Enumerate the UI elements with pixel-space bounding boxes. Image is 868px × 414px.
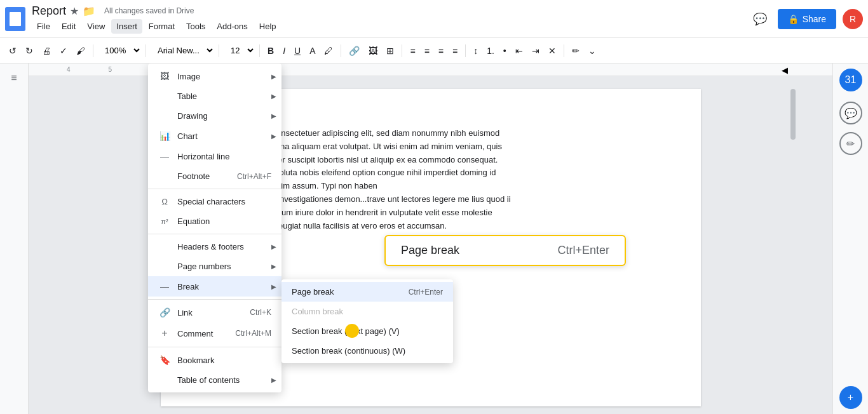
toolbar-divider-8 xyxy=(564,44,564,57)
menu-item-break[interactable]: — Break xyxy=(148,276,281,297)
equation-icon: π² xyxy=(158,218,171,225)
toolbar-divider-2 xyxy=(146,44,146,57)
doc-area: 4 5 6 7 ◀ n dolor sit amet, consectetuer… xyxy=(29,63,832,414)
break-item-page-break[interactable]: Page break Ctrl+Enter xyxy=(281,282,453,302)
page-break-shortcut: Ctrl+Enter xyxy=(409,288,443,297)
link-shortcut: Ctrl+K xyxy=(250,308,271,317)
footnote-shortcut: Ctrl+Alt+F xyxy=(237,172,271,181)
hline-label: Horizontal line xyxy=(177,152,229,161)
hline-menu-icon: — xyxy=(158,151,171,161)
menu-addons[interactable]: Add-ons xyxy=(212,19,252,34)
link-button[interactable]: 🔗 xyxy=(345,43,363,58)
undo-button[interactable]: ↺ xyxy=(5,43,20,58)
clear-formatting-button[interactable]: ✕ xyxy=(545,43,560,58)
right-sidebar-icon-3[interactable]: ✏ xyxy=(839,132,862,155)
page-break-tooltip: Page break Ctrl+Enter xyxy=(384,235,626,266)
align-justify-button[interactable]: ≡ xyxy=(449,43,461,58)
title-row: Report ★ 📁 All changes saved in Drive xyxy=(32,4,749,18)
headers-label: Headers & footers xyxy=(177,242,244,251)
italic-button[interactable]: I xyxy=(279,43,289,58)
menu-help[interactable]: Help xyxy=(254,19,281,34)
toolbar-divider-3 xyxy=(219,44,219,57)
align-right-button[interactable]: ≡ xyxy=(435,43,447,58)
menu-file[interactable]: File xyxy=(32,19,55,34)
autosave-status: All changes saved in Drive xyxy=(104,6,194,15)
break-icon: — xyxy=(158,281,171,291)
toolbar-divider-5 xyxy=(341,44,341,57)
break-item-column-break[interactable]: Column break xyxy=(281,302,453,321)
menu-item-page-numbers[interactable]: Page numbers xyxy=(148,257,281,276)
special-chars-icon: Ω xyxy=(158,197,171,206)
comments-button[interactable]: 💬 xyxy=(749,8,771,30)
redo-button[interactable]: ↻ xyxy=(22,43,37,58)
doc-scrollbar[interactable] xyxy=(789,76,797,414)
menu-tools[interactable]: Tools xyxy=(181,19,210,34)
image-button[interactable]: 🖼 xyxy=(365,43,381,58)
underline-button[interactable]: U xyxy=(290,43,304,58)
menu-item-comment[interactable]: + Comment Ctrl+Alt+M xyxy=(148,323,281,344)
share-button[interactable]: 🔒 Share xyxy=(778,9,836,29)
break-submenu: Page break Ctrl+Enter Column break Secti… xyxy=(281,279,453,363)
image-label: Image xyxy=(177,72,200,81)
user-avatar[interactable]: R xyxy=(843,9,863,29)
menu-item-link[interactable]: 🔗 Link Ctrl+K xyxy=(148,302,281,323)
main-area: ≡ 4 5 6 7 ◀ n dolor sit amet, consectetu… xyxy=(0,63,868,414)
align-center-button[interactable]: ≡ xyxy=(421,43,433,58)
add-icon[interactable]: + xyxy=(839,386,862,409)
align-left-button[interactable]: ≡ xyxy=(406,43,419,58)
break-item-section-continuous[interactable]: Section break (continuous) (W) xyxy=(281,341,453,361)
menu-insert[interactable]: Insert xyxy=(111,19,142,34)
table-button[interactable]: ⊞ xyxy=(383,43,398,58)
decrease-indent-button[interactable]: ⇤ xyxy=(512,43,527,58)
menu-bar: File Edit View Insert Format Tools Add-o… xyxy=(32,19,749,34)
outline-icon[interactable]: ≡ xyxy=(7,69,20,88)
doc-scrollbar-thumb[interactable] xyxy=(790,89,796,140)
bullet-list-button[interactable]: • xyxy=(499,43,510,58)
menu-item-footnote[interactable]: Footnote Ctrl+Alt+F xyxy=(148,166,281,186)
menu-item-special-chars[interactable]: Ω Special characters xyxy=(148,192,281,211)
menu-edit[interactable]: Edit xyxy=(57,19,81,34)
increase-indent-button[interactable]: ⇥ xyxy=(528,43,543,58)
star-icon[interactable]: ★ xyxy=(70,5,79,17)
zoom-selector[interactable]: 100% xyxy=(97,43,142,58)
bold-button[interactable]: B xyxy=(264,43,278,58)
numbered-list-button[interactable]: 1. xyxy=(483,43,498,58)
link-menu-icon: 🔗 xyxy=(158,307,171,317)
menu-item-table[interactable]: Table xyxy=(148,86,281,106)
highlight-button[interactable]: 🖊 xyxy=(320,43,337,58)
pen-button[interactable]: ✏ xyxy=(568,43,583,58)
equation-label: Equation xyxy=(177,217,210,226)
break-item-section-next[interactable]: Section break (next page) (V) xyxy=(281,321,453,341)
calendar-icon[interactable]: 31 xyxy=(839,69,862,91)
toc-label: Table of contents xyxy=(177,375,240,385)
tooltip-shortcut: Ctrl+Enter xyxy=(557,244,609,257)
page-break-label: Page break xyxy=(292,287,334,297)
menu-item-headers[interactable]: Headers & footers xyxy=(148,237,281,257)
tooltip-label: Page break xyxy=(401,244,459,257)
line-spacing-button[interactable]: ↕ xyxy=(470,43,482,58)
text-color-button[interactable]: A xyxy=(306,43,319,58)
paint-button[interactable]: 🖌 xyxy=(72,43,89,58)
print-button[interactable]: 🖨 xyxy=(38,43,55,58)
menu-item-hline[interactable]: — Horizontal line xyxy=(148,146,281,166)
menu-view[interactable]: View xyxy=(82,19,110,34)
right-sidebar-icon-2[interactable]: 💬 xyxy=(839,102,862,124)
font-selector[interactable]: Arial New... xyxy=(150,43,215,58)
lock-icon: 🔒 xyxy=(788,14,799,24)
menu-item-bookmark[interactable]: 🔖 Bookmark xyxy=(148,350,281,370)
font-size-selector[interactable]: 12 xyxy=(223,43,255,58)
left-sidebar: ≡ xyxy=(0,63,29,414)
chevron-button[interactable]: ⌄ xyxy=(585,43,600,58)
menu-item-equation[interactable]: π² Equation xyxy=(148,211,281,231)
spellcheck-button[interactable]: ✓ xyxy=(56,43,71,58)
folder-icon[interactable]: 📁 xyxy=(83,5,95,17)
menu-item-toc[interactable]: Table of contents xyxy=(148,370,281,390)
footnote-label: Footnote xyxy=(177,171,210,181)
menu-format[interactable]: Format xyxy=(144,19,180,34)
menu-item-image[interactable]: 🖼 Image xyxy=(148,66,281,86)
menu-item-chart[interactable]: 📊 Chart xyxy=(148,126,281,146)
title-section: Report ★ 📁 All changes saved in Drive Fi… xyxy=(32,4,749,34)
menu-item-drawing[interactable]: Drawing xyxy=(148,106,281,126)
table-label: Table xyxy=(177,91,197,101)
bookmark-label: Bookmark xyxy=(177,356,215,365)
